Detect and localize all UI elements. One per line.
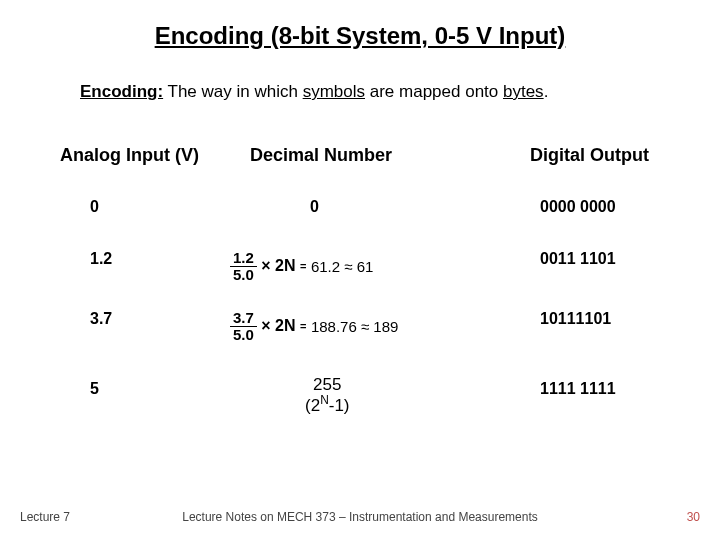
cell-analog: 1.2	[90, 250, 230, 268]
encoding-definition: Encoding: The way in which symbols are m…	[80, 82, 660, 102]
cell-digital: 0000 0000	[540, 198, 700, 216]
cell-analog: 0	[90, 198, 230, 216]
fraction-num: 1.2	[230, 250, 257, 267]
cell-digital: 10111101	[540, 310, 700, 328]
fraction-num: 3.7	[230, 310, 257, 327]
calc-result: 61.2 ≈ 61	[311, 258, 373, 275]
slide-title: Encoding (8-bit System, 0-5 V Input)	[0, 22, 720, 50]
times-symbol: ×	[261, 317, 270, 334]
equals-symbol: =	[300, 260, 306, 272]
two-n: 2N	[275, 317, 295, 334]
fraction: 1.2 5.0	[230, 250, 257, 283]
cell-decimal: 0	[310, 198, 570, 216]
slide: Encoding (8-bit System, 0-5 V Input) Enc…	[0, 0, 720, 540]
note-255: 255 (2N-1)	[305, 375, 350, 416]
times-symbol: ×	[261, 257, 270, 274]
header-decimal: Decimal Number	[250, 145, 392, 166]
header-digital: Digital Output	[530, 145, 649, 166]
note-255-line1: 255	[313, 375, 341, 394]
fraction: 3.7 5.0	[230, 310, 257, 343]
definition-text-mid: are mapped onto	[365, 82, 503, 101]
calc-result: 188.76 ≈ 189	[311, 318, 398, 335]
cell-decimal: 3.7 5.0 × 2N = 188.76 ≈ 189	[230, 310, 490, 343]
cell-digital: 1111 1111	[540, 380, 700, 398]
note-255-line2: (2N-1)	[305, 396, 350, 415]
cell-analog: 3.7	[90, 310, 230, 328]
footer-notes: Lecture Notes on MECH 373 – Instrumentat…	[0, 510, 720, 524]
fraction-den: 5.0	[230, 327, 257, 343]
definition-text-post: .	[544, 82, 549, 101]
definition-term-bytes: bytes	[503, 82, 544, 101]
definition-text-pre: The way in which	[163, 82, 303, 101]
two-n: 2N	[275, 257, 295, 274]
cell-decimal: 1.2 5.0 × 2N = 61.2 ≈ 61	[230, 250, 490, 283]
definition-label: Encoding:	[80, 82, 163, 101]
cell-digital: 0011 1101	[540, 250, 700, 268]
definition-term-symbols: symbols	[303, 82, 365, 101]
equals-symbol: =	[300, 320, 306, 332]
cell-analog: 5	[90, 380, 230, 398]
footer-page-number: 30	[687, 510, 700, 524]
fraction-den: 5.0	[230, 267, 257, 283]
header-analog: Analog Input (V)	[60, 145, 199, 166]
